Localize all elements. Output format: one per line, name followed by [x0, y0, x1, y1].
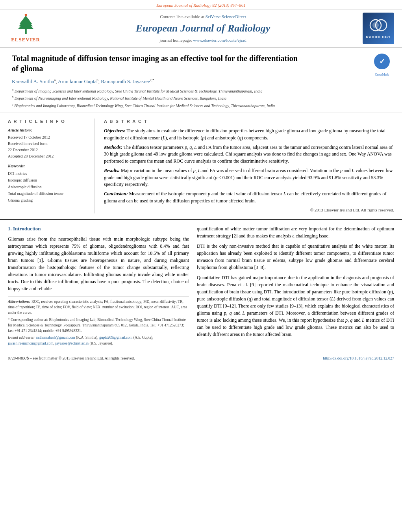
corresponding-footnote: * Corresponding author at: Biophotonics …	[8, 317, 189, 334]
keyword-2: Isotropic diffusion	[8, 177, 88, 184]
citation-text: European Journal of Radiology 82 (2013) …	[156, 3, 245, 7]
objectives-text: The study aims to evaluate the differenc…	[104, 128, 385, 140]
body-right-column: quantification of white matter tumor inf…	[197, 225, 394, 347]
affiliations: a Department of Imaging Sciences and Int…	[12, 88, 390, 109]
article-info-column: A R T I C L E I N F O Article history: R…	[8, 119, 94, 213]
results-text: Major variation in the mean values of p,…	[104, 168, 393, 187]
author-jayasree: Ramapurath S. Jayasree	[101, 79, 150, 85]
sciverse-prefix: Contents lists available at	[160, 14, 204, 19]
keyword-4: Total magnitude of diffusion tensor	[8, 190, 88, 197]
authors-line: Karavallil A. Smithaa, Arun kumar Guptab…	[12, 78, 390, 85]
homepage-link[interactable]: www.elsevier.com/locate/ejrad	[193, 38, 246, 43]
elsevier-tree-icon	[15, 14, 37, 35]
sup-a: a	[54, 78, 56, 82]
homepage-label: journal homepage:	[159, 38, 192, 43]
abstract-methods: Methods: The diffusion tensor parameters…	[104, 144, 394, 165]
intro-para1: Gliomas arise from the neuroepithelial t…	[8, 235, 189, 292]
email-smitha[interactable]: mithamahesh@gmail.com	[36, 336, 75, 339]
elsevier-logo: ELSEVIER	[8, 14, 43, 43]
accepted-date: Accepted 28 December 2012	[8, 153, 88, 159]
abstract-conclusion: Conclusion: Measurement of the isotropic…	[104, 191, 394, 204]
radiology-label: RADIOLOGY	[366, 35, 391, 40]
header-banner: ELSEVIER Contents lists available at Sci…	[0, 9, 402, 48]
sup-c: c,*	[150, 78, 154, 82]
revised-label: Received in revised form	[8, 141, 88, 147]
article-info-label: A R T I C L E I N F O	[8, 119, 88, 124]
radiology-badge: RADIOLOGY	[363, 13, 394, 44]
keywords-label: Keywords:	[8, 163, 88, 169]
intro-para-right3: Quantitative DTI has gained major import…	[197, 274, 394, 338]
objectives-heading: Objectives:	[104, 128, 126, 133]
article-info-abstract: A R T I C L E I N F O Article history: R…	[0, 113, 402, 220]
methods-heading: Methods:	[104, 145, 122, 150]
copyright-notice: © 2013 Elsevier Ireland Ltd. All rights …	[104, 207, 394, 213]
sciverse-link[interactable]: SciVerse ScienceDirect	[206, 14, 246, 19]
methods-text: The diffusion tensor parameters p, q, L …	[104, 145, 393, 164]
sciverse-line: Contents lists available at SciVerse Sci…	[43, 14, 363, 20]
svg-point-4	[24, 14, 27, 16]
keywords-list: DTI metrics Isotropic diffusion Anisotro…	[8, 170, 88, 204]
revised-date: 22 December 2012	[8, 147, 88, 153]
abstract-column: A B S T R A C T Objectives: The study ai…	[102, 119, 394, 213]
email-jayasree2[interactable]: jayasree@sctinst.ac.in	[55, 341, 89, 345]
results-heading: Results:	[104, 168, 120, 173]
page-wrapper: European Journal of Radiology 82 (2013) …	[0, 0, 402, 363]
abstract-section-label: A B S T R A C T	[104, 119, 394, 124]
crossmark-icon: ✓	[374, 53, 390, 70]
affil-b: b Department of Neuroimaging and Interve…	[12, 95, 390, 101]
email-jayasree1[interactable]: jayashlreemcncm@gmail.com	[8, 341, 54, 345]
svg-rect-0	[25, 29, 27, 34]
article-history: Article history: Received 17 October 201…	[8, 128, 88, 159]
intro-para-right2: DTI is the only non-invasive method that…	[197, 243, 394, 271]
radiology-icon	[369, 17, 388, 33]
affil-c: c Biophotonics and Imaging Laboratory, B…	[12, 102, 390, 109]
intro-section-title: 1. Introduction	[8, 225, 189, 232]
body-content: 1. Introduction Gliomas arise from the n…	[0, 220, 402, 353]
keywords-section: Keywords: DTI metrics Isotropic diffusio…	[8, 163, 88, 204]
elsevier-wordmark: ELSEVIER	[11, 36, 40, 43]
page-footer: 0720-048X/$ – see front matter © 2013 El…	[0, 353, 402, 363]
article-header: Total magnitude of diffusion tensor imag…	[0, 48, 402, 113]
section-number: 1.	[8, 226, 12, 232]
conclusion-heading: Conclusion:	[104, 191, 128, 196]
footer-issn: 0720-048X/$ – see front matter © 2013 El…	[8, 356, 135, 361]
body-left-column: 1. Introduction Gliomas arise from the n…	[8, 225, 189, 347]
sup-b: b	[96, 78, 98, 82]
abstract-objectives: Objectives: The study aims to evaluate t…	[104, 128, 394, 141]
keyword-5: Glioma grading	[8, 197, 88, 204]
footer-doi[interactable]: http://dx.doi.org/10.1016/j.ejrad.2012.1…	[323, 356, 394, 361]
section-title-text: Introduction	[13, 226, 41, 232]
intro-para-right1: quantification of white matter tumor inf…	[197, 225, 394, 239]
journal-homepage: journal homepage: www.elsevier.com/locat…	[43, 37, 363, 43]
svg-point-7	[372, 22, 379, 28]
svg-text:✓: ✓	[379, 57, 385, 65]
affil-a: a Department of Imaging Sciences and Int…	[12, 88, 390, 94]
conclusion-text: Measurement of the isotropic component p…	[104, 191, 386, 203]
keyword-3: Anisotropic diffusion	[8, 184, 88, 190]
dates: Received 17 October 2012 Received in rev…	[8, 134, 88, 159]
article-title: Total magnitude of diffusion tensor imag…	[12, 53, 303, 74]
received-date: Received 17 October 2012	[8, 134, 88, 141]
journal-citation: European Journal of Radiology 82 (2013) …	[0, 0, 402, 9]
crossmark-badge[interactable]: ✓ CrossMark	[374, 53, 390, 76]
journal-title: European Journal of Radiology	[43, 21, 363, 35]
abbreviations-footnote: Abbreviations: ROC, receiver operating c…	[8, 299, 189, 316]
footnotes-area: Abbreviations: ROC, receiver operating c…	[8, 296, 189, 346]
history-label: Article history:	[8, 128, 88, 133]
email-footnote: E-mail addresses: mithamahesh@gmail.com …	[8, 335, 189, 346]
author-smitha: Karavallil A. Smitha	[12, 79, 54, 85]
journal-header-center: Contents lists available at SciVerse Sci…	[43, 14, 363, 43]
author-gupta: Arun kumar Gupta	[58, 79, 96, 85]
abstract-results: Results: Major variation in the mean val…	[104, 167, 394, 188]
email-gupta[interactable]: gupta209@gmail.com	[99, 336, 132, 339]
keyword-1: DTI metrics	[8, 170, 88, 177]
